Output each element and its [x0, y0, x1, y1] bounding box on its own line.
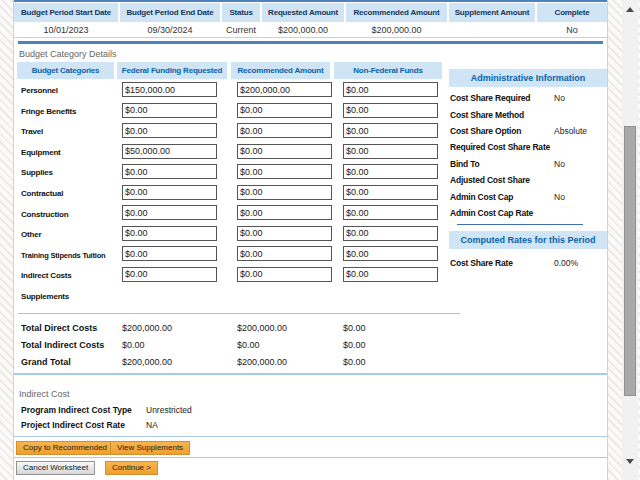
federal-funding-input[interactable] [122, 267, 217, 282]
recommended-amount-input[interactable] [237, 205, 332, 220]
value-recommended-amount: $200,000.00 [346, 23, 447, 36]
recommended-amount-input[interactable] [237, 185, 332, 200]
admin-info-row: Admin Cost Cap Rate [449, 205, 607, 221]
admin-value: Absolute [554, 126, 587, 136]
budget-period-data-row: 10/01/2023 09/30/2024 Current $200,000.0… [14, 23, 607, 36]
admin-info-row: Cost Share Method [449, 106, 607, 122]
copy-to-recommended-button[interactable]: Copy to Recommended [16, 441, 114, 455]
admin-label: Bind To [450, 159, 480, 169]
admin-label: Admin Cost Cap [450, 192, 513, 202]
top-divider [14, 0, 607, 2]
scrollbar-thumb[interactable] [624, 126, 636, 396]
recommended-amount-input[interactable] [237, 267, 332, 282]
total-label: Total Direct Costs [21, 323, 97, 333]
admin-label: Cost Share Option [450, 126, 521, 136]
admin-info-row: Bind To No [449, 156, 607, 172]
total-federal-value: $0.00 [122, 340, 145, 350]
total-non-federal-value: $0.00 [343, 340, 366, 350]
value-end-date: 09/30/2024 [120, 23, 220, 36]
federal-funding-input[interactable] [122, 205, 217, 220]
value-complete: No [537, 23, 607, 36]
indirect-row-value: NA [146, 420, 158, 430]
project-indirect-cost-rate-row: Project Indirect Cost Rate NA [14, 418, 434, 433]
indirect-row-label: Project Indirect Cost Rate [21, 420, 125, 430]
row-supplements: Supplements [17, 285, 442, 306]
value-requested-amount: $200,000.00 [262, 23, 344, 36]
header-end-date: Budget Period End Date [120, 3, 220, 22]
admin-info-row: Cost Share Option Absolute [449, 123, 607, 139]
non-federal-funds-input[interactable] [343, 103, 438, 118]
indirect-row-label: Program Indirect Cost Type [21, 405, 132, 415]
value-supplement-amount [449, 23, 535, 36]
computed-rate-row: Cost Share Rate 0.00% [449, 255, 607, 271]
non-federal-funds-input[interactable] [343, 164, 438, 179]
recommended-amount-input[interactable] [237, 82, 332, 97]
category-rows: Personnel Fringe Benefits Travel Equipme… [17, 80, 442, 306]
admin-info-row: Required Cost Share Rate [449, 139, 607, 155]
header-budget-categories: Budget Categories [17, 62, 114, 79]
non-federal-funds-input[interactable] [343, 123, 438, 138]
view-supplements-button[interactable]: View Supplements [110, 441, 190, 455]
program-indirect-cost-type-row: Program Indirect Cost Type Unrestricted [14, 403, 434, 418]
recommended-amount-input[interactable] [237, 123, 332, 138]
computed-value: 0.00% [554, 258, 578, 268]
admin-label: Cost Share Method [450, 110, 524, 120]
non-federal-funds-input[interactable] [343, 185, 438, 200]
admin-label: Adjusted Cost Share [450, 175, 530, 185]
computed-rates-title: Computed Rates for this Period [449, 231, 607, 249]
federal-funding-input[interactable] [122, 123, 217, 138]
category-label: Personnel [21, 86, 58, 95]
administrative-information-title: Administrative Information [449, 69, 607, 87]
category-label: Contractual [21, 189, 63, 198]
header-non-federal-funds: Non-Federal Funds [334, 62, 442, 79]
row-contractual: Contractual [17, 183, 442, 204]
federal-funding-input[interactable] [122, 144, 217, 159]
total-direct-costs-row: Total Direct Costs $200,000.00 $200,000.… [14, 319, 460, 336]
non-federal-funds-input[interactable] [343, 144, 438, 159]
row-other: Other [17, 224, 442, 245]
federal-funding-input[interactable] [122, 82, 217, 97]
budget-period-header-row: Budget Period Start Date Budget Period E… [14, 3, 607, 22]
non-federal-funds-input[interactable] [343, 82, 438, 97]
recommended-amount-input[interactable] [237, 226, 332, 241]
cancel-worksheet-button[interactable]: Cancel Worksheet [16, 461, 95, 475]
recommended-amount-input[interactable] [237, 103, 332, 118]
scroll-down-arrow-icon[interactable] [626, 459, 634, 464]
row-personnel: Personnel [17, 80, 442, 101]
header-federal-funding-requested: Federal Funding Requested [117, 62, 227, 79]
indirect-row-value: Unrestricted [146, 405, 192, 415]
non-federal-funds-input[interactable] [343, 246, 438, 261]
federal-funding-input[interactable] [122, 246, 217, 261]
total-recommended-value: $200,000.00 [237, 357, 287, 367]
category-header-row: Budget Categories Federal Funding Reques… [17, 62, 442, 79]
federal-funding-input[interactable] [122, 185, 217, 200]
indirect-cost-rows: Program Indirect Cost Type Unrestricted … [14, 403, 434, 432]
computed-label: Cost Share Rate [450, 258, 513, 268]
value-status: Current [222, 23, 260, 36]
row-equipment: Equipment [17, 142, 442, 163]
grand-total-row: Grand Total $200,000.00 $200,000.00 $0.0… [14, 353, 460, 370]
admin-value: No [554, 93, 565, 103]
federal-funding-input[interactable] [122, 103, 217, 118]
recommended-amount-input[interactable] [237, 164, 332, 179]
admin-panel-divider [457, 224, 583, 225]
value-start-date: 10/01/2023 [14, 23, 118, 36]
category-label: Other [21, 230, 41, 239]
recommended-amount-input[interactable] [237, 144, 332, 159]
continue-button[interactable]: Continue > [105, 461, 158, 475]
totals-section: Total Direct Costs $200,000.00 $200,000.… [14, 319, 460, 371]
header-recommended-amount: Recommended Amount [346, 3, 447, 22]
total-label: Grand Total [21, 357, 71, 367]
recommended-amount-input[interactable] [237, 246, 332, 261]
admin-info-row: Cost Share Required No [449, 90, 607, 106]
computed-rates-rows: Cost Share Rate 0.00% [449, 255, 607, 271]
category-label: Training Stipends Tuition [21, 250, 105, 259]
vertical-scrollbar[interactable] [622, 0, 638, 480]
non-federal-funds-input[interactable] [343, 205, 438, 220]
non-federal-funds-input[interactable] [343, 226, 438, 241]
non-federal-funds-input[interactable] [343, 267, 438, 282]
scroll-up-arrow-icon[interactable] [626, 7, 634, 12]
admin-value: No [554, 159, 565, 169]
federal-funding-input[interactable] [122, 226, 217, 241]
federal-funding-input[interactable] [122, 164, 217, 179]
